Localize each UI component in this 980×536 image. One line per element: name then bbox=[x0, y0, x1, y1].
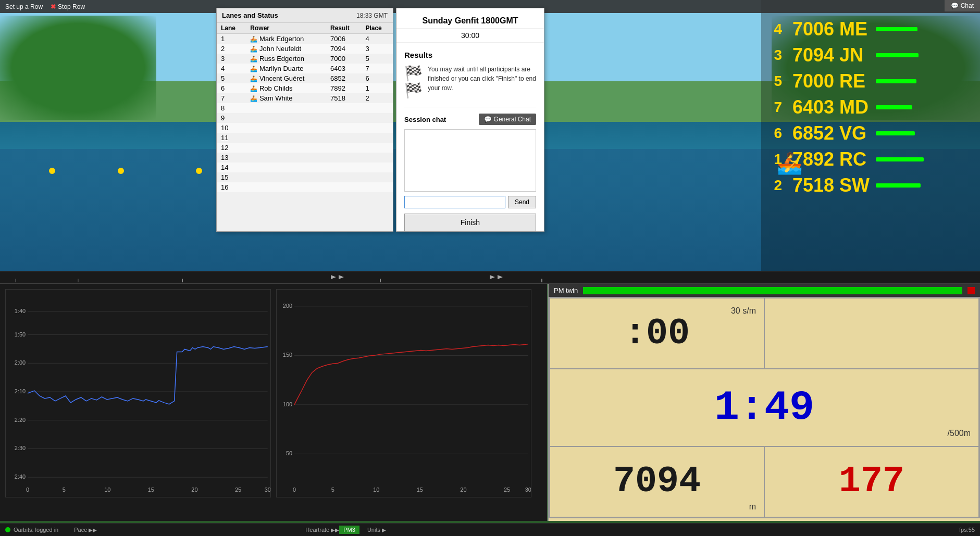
rower-cell: 🚣 Marilyn Duarte bbox=[246, 64, 326, 73]
svg-text:30: 30 bbox=[525, 487, 531, 493]
leaderboard-row: 5 7000 RE bbox=[766, 70, 975, 92]
leaderboard-row: 6 6852 VG bbox=[766, 122, 975, 144]
lb-initials-6: RC bbox=[839, 148, 871, 170]
heartrate-arrows[interactable]: ▶▶ bbox=[331, 527, 339, 533]
results-icon-row: 🏁🏁 You may wait until all participants a… bbox=[404, 65, 536, 99]
lb-place-7: 2 bbox=[766, 177, 782, 194]
chat-section: Session chat 💬 General Chat Send bbox=[404, 107, 536, 208]
svg-text:15: 15 bbox=[148, 487, 154, 493]
finish-button[interactable]: Finish bbox=[404, 214, 536, 231]
rower-cell: 🚣 John Neufeldt bbox=[246, 44, 326, 54]
svg-text:2:20: 2:20 bbox=[15, 417, 26, 423]
table-row: 11 bbox=[217, 133, 393, 143]
pace-label: Pace ▶▶ bbox=[74, 527, 97, 533]
table-row: 14 bbox=[217, 163, 393, 172]
svg-text:15: 15 bbox=[417, 487, 423, 493]
place-cell bbox=[361, 123, 393, 133]
pm-per500-label: /500m bbox=[948, 429, 971, 438]
pm-top-right-cell bbox=[764, 298, 979, 369]
pm-pace-cell: 1:49 /500m bbox=[550, 369, 979, 446]
place-cell: 5 bbox=[361, 54, 393, 64]
place-cell bbox=[361, 143, 393, 153]
stop-row-button[interactable]: ✖ Stop Row bbox=[51, 3, 85, 10]
chart-container: 1:40 1:50 2:00 2:10 2:20 2:30 2:40 0 5 1… bbox=[0, 284, 547, 503]
table-row: 8 bbox=[217, 103, 393, 113]
svg-text:30: 30 bbox=[265, 487, 270, 493]
results-time: 30:00 bbox=[396, 29, 544, 43]
svg-marker-6 bbox=[339, 275, 344, 279]
table-row: 5 🚣 Vincent Guéret 6852 6 bbox=[217, 73, 393, 83]
pm-spm-unit: s/m bbox=[742, 306, 756, 315]
svg-text:25: 25 bbox=[235, 487, 241, 493]
place-cell: 7 bbox=[361, 64, 393, 73]
checkered-flag-icon: 🏁🏁 bbox=[404, 65, 423, 99]
send-button[interactable]: Send bbox=[508, 196, 536, 208]
pm-spm-label: 30 s/m bbox=[731, 306, 756, 316]
place-cell: 4 bbox=[361, 34, 393, 44]
svg-text:100: 100 bbox=[283, 401, 292, 407]
setup-row-link[interactable]: Set up a Row bbox=[5, 3, 43, 10]
col-place: Place bbox=[361, 23, 393, 34]
svg-marker-5 bbox=[331, 275, 336, 279]
chat-icon: 💬 bbox=[951, 2, 959, 9]
lane-cell: 2 bbox=[217, 44, 246, 54]
pace-arrows[interactable]: ▶▶ bbox=[89, 527, 97, 533]
rower-cell bbox=[246, 113, 326, 123]
rower-cell bbox=[246, 153, 326, 163]
lane-cell: 10 bbox=[217, 123, 246, 133]
units-label[interactable]: Units ▶ bbox=[367, 527, 386, 533]
place-cell: 6 bbox=[361, 73, 393, 83]
pm3-badge: PM3 bbox=[339, 526, 359, 534]
stop-row-label: Stop Row bbox=[58, 3, 85, 10]
rower-cell bbox=[246, 163, 326, 172]
svg-text:2:10: 2:10 bbox=[15, 388, 26, 394]
svg-text:10: 10 bbox=[373, 487, 379, 493]
rower-cell: 🚣 Vincent Guéret bbox=[246, 73, 326, 83]
lb-initials-1: ME bbox=[839, 18, 871, 40]
lane-cell: 15 bbox=[217, 172, 246, 182]
results-title: Sunday Genfit 1800GMT bbox=[396, 8, 544, 29]
rower-cell: 🚣 Sam White bbox=[246, 93, 326, 103]
table-row: 10 bbox=[217, 123, 393, 133]
rower-cell bbox=[246, 123, 326, 133]
place-cell bbox=[361, 172, 393, 182]
lane-cell: 9 bbox=[217, 113, 246, 123]
pm-time-value: :00 bbox=[624, 313, 690, 354]
chat-header: Session chat 💬 General Chat bbox=[404, 114, 536, 125]
pm-meters-cell: 7094 m bbox=[550, 446, 764, 517]
result-cell: 6403 bbox=[326, 64, 361, 73]
result-cell bbox=[326, 113, 361, 123]
result-cell bbox=[326, 153, 361, 163]
svg-rect-9 bbox=[6, 290, 270, 497]
leaderboard-row: 4 7006 ME bbox=[766, 18, 975, 40]
result-cell: 7518 bbox=[326, 93, 361, 103]
units-arrows[interactable]: ▶ bbox=[382, 527, 386, 533]
stop-icon: ✖ bbox=[51, 3, 56, 10]
fps-display: fps:55 bbox=[959, 527, 975, 533]
lane-cell: 1 bbox=[217, 34, 246, 44]
bottom-charts-area: 1:40 1:50 2:00 2:10 2:20 2:30 2:40 0 5 1… bbox=[0, 284, 547, 521]
svg-text:5: 5 bbox=[63, 487, 66, 493]
chat-input-row: Send bbox=[404, 196, 536, 208]
lane-cell: 13 bbox=[217, 153, 246, 163]
table-row: 9 bbox=[217, 113, 393, 123]
pm-watts-value: 177 bbox=[839, 461, 904, 502]
lb-initials-3: RE bbox=[839, 70, 871, 92]
heartrate-chart: 200 150 100 50 0 5 10 15 20 25 30 bbox=[276, 289, 531, 497]
lane-cell: 14 bbox=[217, 163, 246, 172]
chat-tab[interactable]: 💬 Chat bbox=[945, 0, 980, 11]
result-cell: 7006 bbox=[326, 34, 361, 44]
lb-score-3: 7000 bbox=[787, 70, 834, 92]
result-cell: 7892 bbox=[326, 83, 361, 93]
general-chat-button[interactable]: 💬 General Chat bbox=[479, 114, 536, 125]
lanes-header: Lanes and Status 18:33 GMT bbox=[217, 8, 393, 23]
pm-red-indicator bbox=[967, 287, 975, 294]
result-cell bbox=[326, 103, 361, 113]
result-cell bbox=[326, 182, 361, 192]
lane-cell: 16 bbox=[217, 182, 246, 192]
table-row: 2 🚣 John Neufeldt 7094 3 bbox=[217, 44, 393, 54]
result-cell bbox=[326, 123, 361, 133]
lb-place-1: 4 bbox=[766, 21, 782, 38]
chat-input[interactable] bbox=[404, 196, 505, 208]
results-description: You may wait until all participants are … bbox=[428, 65, 536, 93]
